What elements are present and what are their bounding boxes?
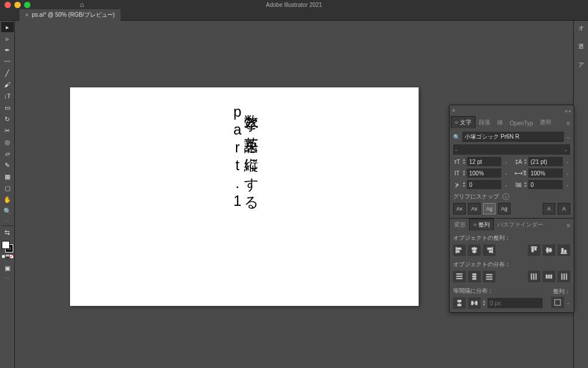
svg-rect-6 [492, 247, 493, 253]
vscale-field[interactable]: IT▴▾100%⌄ [453, 168, 509, 178]
vertical-text[interactable]: 数字と英語を縦にする part.1 [230, 103, 259, 306]
dist-vspace-icon[interactable] [453, 297, 466, 309]
snap-btn-6[interactable]: A [558, 203, 570, 214]
snap-btn-2[interactable]: Ax [468, 203, 481, 214]
align-vcenter-icon[interactable] [543, 244, 555, 256]
shape-builder-tool-icon[interactable]: ▱ [1, 148, 14, 159]
more-tools-icon[interactable]: ⋯ [1, 217, 14, 224]
kerning-field[interactable]: ⊁▴▾0⌄ [453, 180, 509, 189]
fill-swatch[interactable] [2, 241, 10, 249]
pen-tool-icon[interactable]: ✒ [1, 45, 14, 55]
align-bottom-icon[interactable] [558, 244, 570, 256]
svg-rect-10 [532, 248, 533, 252]
svg-rect-26 [486, 279, 492, 279]
type-tool-icon[interactable]: ↓T [1, 91, 14, 101]
scissors-tool-icon[interactable]: ✂ [1, 125, 14, 136]
snap-btn-1[interactable]: Ax [453, 203, 466, 214]
width-tool-icon[interactable]: ◎ [1, 137, 14, 147]
hscale-icon: ⟷T [514, 170, 523, 177]
dist-bottom-icon[interactable] [483, 271, 496, 282]
align-to-icon[interactable] [551, 297, 564, 308]
panel-icon-2[interactable]: 透 [578, 43, 584, 51]
tab-align[interactable]: ○ 整列 [469, 218, 494, 231]
dist-hcenter-icon[interactable] [543, 271, 555, 282]
hscale-field[interactable]: ⟷T▴▾100%⌄ [514, 168, 570, 178]
panel-menu-icon[interactable]: ≡ [564, 118, 572, 128]
fill-stroke-swatch[interactable] [2, 241, 13, 252]
toolbar: ▸ ▹ ✒ 〰 ╱ 🖌 ↓T ▭ ↻ ✂ ◎ ▱ ✎ ▦ ▢ ✋ 🔍 ⋯ ⇆ ▣… [0, 21, 15, 368]
edit-toolbar-icon[interactable]: ⋯ [1, 274, 14, 281]
toggle-fill-stroke-icon[interactable]: ⇆ [1, 227, 14, 237]
panel-icon-1[interactable]: オ [578, 24, 584, 32]
panel-close-icon[interactable]: × [452, 108, 455, 114]
font-family-input[interactable] [462, 132, 564, 142]
svg-rect-33 [562, 274, 562, 279]
zoom-tool-icon[interactable]: 🔍 [1, 206, 14, 216]
gradient-tool-icon[interactable]: ▦ [1, 171, 14, 182]
curvature-tool-icon[interactable]: 〰 [1, 56, 14, 67]
align-top-icon[interactable] [528, 244, 540, 256]
dist-right-icon[interactable] [558, 271, 570, 282]
align-to-dropdown-icon[interactable]: ⌄ [566, 300, 570, 305]
svg-rect-22 [473, 276, 476, 277]
selection-tool-icon[interactable]: ▸ [1, 22, 14, 32]
leading-field[interactable]: ‡A▴▾(21 pt)⌄ [514, 157, 570, 166]
line-tool-icon[interactable]: ╱ [1, 68, 14, 78]
dist-vcenter-icon[interactable] [468, 271, 481, 282]
artboard[interactable]: 数字と英語を縦にする part.1 [70, 87, 419, 306]
svg-rect-23 [473, 278, 476, 279]
window-max-icon[interactable] [24, 2, 30, 8]
svg-rect-27 [531, 274, 532, 279]
svg-rect-24 [486, 274, 492, 275]
align-panel-menu-icon[interactable]: ≡ [564, 220, 572, 231]
panel-collapse-icon[interactable]: ◂◂ [564, 108, 571, 114]
rectangle-tool-icon[interactable]: ▭ [1, 102, 14, 113]
font-style-select[interactable]: - ⌄ [453, 144, 570, 155]
panel-icon-3[interactable]: ア [578, 61, 584, 69]
tab-stroke[interactable]: 線 [494, 117, 506, 128]
color-mode-swatches[interactable] [2, 255, 13, 258]
chevron-down-icon: ⌄ [564, 147, 568, 152]
rotate-tool-icon[interactable]: ↻ [1, 114, 14, 124]
document-tab[interactable]: × ps.ai* @ 50% (RGB/プレビュー) [20, 9, 121, 21]
svg-rect-4 [472, 248, 477, 250]
close-tab-icon[interactable]: × [25, 12, 28, 18]
font-size-field[interactable]: тT▴▾12 pt⌄ [453, 157, 509, 166]
tab-paragraph[interactable]: 段落 [475, 117, 494, 128]
window-min-icon[interactable] [14, 2, 21, 8]
svg-rect-13 [547, 248, 548, 252]
align-right-icon[interactable] [483, 244, 496, 256]
toolbar-divider [1, 225, 14, 226]
tab-character[interactable]: ○ 文字 [451, 116, 475, 128]
align-to-label: 整列： [545, 288, 570, 296]
align-hcenter-icon[interactable] [468, 244, 481, 256]
artboard-tool-icon[interactable]: ▢ [1, 183, 14, 193]
brush-tool-icon[interactable]: 🖌 [1, 79, 14, 90]
svg-rect-18 [457, 274, 462, 274]
svg-rect-19 [457, 276, 462, 277]
app-title: Adobe Illustrator 2021 [266, 2, 322, 8]
hand-tool-icon[interactable]: ✋ [1, 194, 14, 205]
tab-pathfinder[interactable]: パスファインダー [494, 219, 547, 231]
font-dropdown-icon[interactable]: ⌄ [566, 135, 570, 140]
eyedropper-tool-icon[interactable]: ✎ [1, 160, 14, 170]
tab-transform[interactable]: 変形 [451, 219, 469, 231]
align-left-icon[interactable] [453, 244, 466, 256]
screen-mode-icon[interactable]: ▣ [1, 263, 14, 273]
tracking-field[interactable]: I⊠▴▾0⌄ [514, 180, 570, 189]
snap-btn-4[interactable]: Ag [498, 203, 510, 214]
home-icon[interactable]: ⌂ [80, 1, 84, 9]
info-icon[interactable]: i [502, 193, 509, 200]
spacing-value[interactable]: 0 px [488, 298, 543, 308]
direct-selection-tool-icon[interactable]: ▹ [1, 33, 14, 44]
snap-btn-3[interactable]: Ag [483, 203, 496, 214]
dist-top-icon[interactable] [453, 271, 466, 282]
window-close-icon[interactable] [5, 2, 11, 8]
tab-opentype[interactable]: OpenTyp [506, 118, 537, 128]
dist-hspace-icon[interactable] [468, 297, 481, 309]
dist-left-icon[interactable] [528, 271, 540, 282]
distribute-spacing-label: 等間隔に分布： [453, 287, 543, 295]
right-panel-rail: オ 透 ア [573, 21, 588, 368]
tab-transparency[interactable]: 透明 [536, 117, 555, 128]
snap-btn-5[interactable]: A [543, 203, 555, 214]
